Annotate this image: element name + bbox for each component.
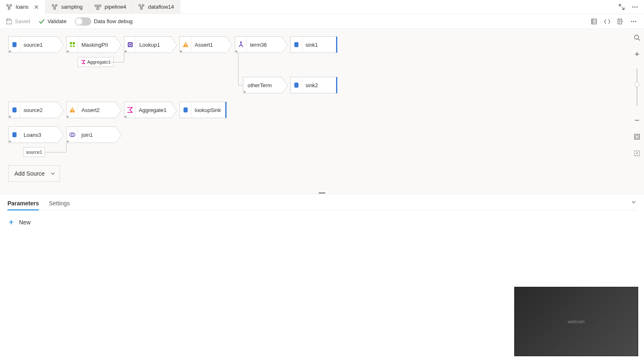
- fit-icon[interactable]: [632, 132, 642, 141]
- tab-sampling[interactable]: sampling: [45, 0, 89, 14]
- zoom-slider[interactable]: [637, 69, 637, 106]
- svg-rect-7: [99, 5, 101, 7]
- tab-label: pipeline4: [105, 4, 126, 10]
- dataflow-icon: [6, 4, 12, 10]
- svg-rect-23: [73, 42, 75, 44]
- save-button: Saved: [6, 18, 30, 25]
- svg-point-18: [631, 21, 632, 22]
- node-assert1[interactable]: Assert1 +: [179, 36, 227, 53]
- svg-point-36: [634, 35, 639, 39]
- node-maskingpii[interactable]: MaskingPII +: [66, 36, 116, 53]
- properties-icon[interactable]: [616, 17, 625, 26]
- svg-point-5: [54, 7, 55, 9]
- more-icon[interactable]: [629, 17, 638, 26]
- node-label: Lookup1: [136, 42, 164, 48]
- tabs-bar: loans sampling pipeline4 dataflow14: [0, 0, 644, 14]
- add-step-icon[interactable]: +: [8, 114, 12, 119]
- node-aggregate1[interactable]: Aggregate1 +: [124, 102, 171, 118]
- mapping-icon[interactable]: [589, 17, 599, 26]
- tab-parameters[interactable]: Parameters: [7, 198, 39, 210]
- node-label: lookupSink: [191, 107, 225, 113]
- toolbar-right: [589, 17, 638, 26]
- tab-label: dataflow14: [148, 4, 174, 10]
- svg-rect-8: [97, 8, 99, 10]
- branch-source1[interactable]: source1: [23, 147, 45, 157]
- bottom-panel: Parameters Settings + New: [0, 194, 644, 238]
- tabs-right: [618, 3, 644, 11]
- validate-button[interactable]: Validate: [38, 18, 67, 25]
- parameters-pane: + New: [7, 210, 637, 234]
- node-label: Assert1: [191, 42, 217, 48]
- search-icon[interactable]: [632, 33, 642, 42]
- node-label: sink1: [302, 42, 322, 48]
- close-icon[interactable]: [33, 4, 39, 10]
- tab-label: loans: [16, 4, 29, 10]
- more-icon[interactable]: [631, 3, 639, 11]
- node-loans3[interactable]: Loans3 +: [8, 126, 58, 143]
- node-label: Aggregate1: [136, 107, 171, 113]
- svg-rect-16: [592, 19, 596, 24]
- debug-toggle[interactable]: Data flow debug: [75, 17, 133, 26]
- svg-point-20: [635, 21, 637, 22]
- node-lookupsink[interactable]: lookupSink: [179, 102, 227, 118]
- node-label: source2: [20, 107, 47, 113]
- node-join1[interactable]: join1 +: [66, 126, 116, 143]
- bottom-panel-actions: [631, 199, 637, 205]
- node-source1[interactable]: source1 +: [8, 36, 58, 53]
- zoom-in-icon[interactable]: [632, 50, 642, 59]
- add-source-label: Add Source: [14, 170, 45, 177]
- new-parameter-button[interactable]: + New: [7, 219, 637, 226]
- svg-point-14: [637, 6, 638, 7]
- node-label: source1: [20, 42, 47, 48]
- node-label: otherTerm: [243, 82, 276, 88]
- dataflow-icon: [138, 4, 145, 10]
- expand-icon[interactable]: [618, 3, 626, 11]
- svg-point-11: [141, 7, 142, 9]
- add-step-icon[interactable]: +: [66, 49, 70, 53]
- code-icon[interactable]: [603, 17, 612, 26]
- toolbar: Saved Validate Data flow debug: [0, 14, 644, 29]
- svg-point-2: [8, 7, 10, 9]
- tab-pipeline4[interactable]: pipeline4: [89, 0, 132, 14]
- node-otherterm[interactable]: otherTerm +: [243, 77, 282, 93]
- add-step-icon[interactable]: +: [66, 114, 70, 119]
- chevron-down-icon: [50, 171, 55, 176]
- svg-rect-38: [636, 136, 638, 138]
- add-source-button[interactable]: Add Source: [8, 165, 60, 182]
- reset-zoom-icon[interactable]: [632, 149, 642, 158]
- node-sink1[interactable]: sink1: [290, 36, 337, 53]
- branch-label: source1: [26, 150, 42, 155]
- pipeline-icon: [95, 4, 101, 10]
- svg-rect-26: [128, 42, 133, 47]
- svg-rect-37: [634, 134, 639, 139]
- add-step-icon[interactable]: +: [8, 49, 12, 53]
- node-assert2[interactable]: Assert2 +: [66, 102, 116, 118]
- save-label: Saved: [15, 18, 30, 24]
- node-label: Assert2: [78, 107, 104, 113]
- sink-icon: [180, 102, 191, 118]
- tab-settings[interactable]: Settings: [49, 198, 70, 210]
- zoom-out-icon[interactable]: [632, 116, 642, 125]
- dataflow-canvas[interactable]: source1 + MaskingPII + Lookup1 + Assert1…: [0, 29, 644, 194]
- add-step-icon[interactable]: +: [124, 114, 128, 119]
- svg-point-28: [240, 41, 242, 43]
- zoom-slider-handle[interactable]: [634, 82, 639, 87]
- toggle-switch[interactable]: [75, 17, 91, 26]
- bottom-tabs: Parameters Settings: [7, 198, 637, 210]
- chevron-down-icon[interactable]: [631, 199, 637, 205]
- node-lookup1[interactable]: Lookup1 +: [124, 36, 171, 53]
- node-term36[interactable]: term36 +: [235, 36, 282, 53]
- node-source2[interactable]: source2 +: [8, 102, 58, 118]
- add-step-icon[interactable]: +: [243, 90, 247, 94]
- node-sink2[interactable]: sink2: [290, 77, 337, 93]
- tab-loans[interactable]: loans: [0, 0, 45, 14]
- debug-label: Data flow debug: [94, 18, 133, 24]
- add-step-icon[interactable]: +: [8, 139, 12, 143]
- tab-dataflow14[interactable]: dataflow14: [132, 0, 180, 14]
- node-label: Loans3: [20, 132, 45, 138]
- node-label: MaskingPII: [78, 42, 112, 48]
- sink-icon: [291, 77, 302, 93]
- svg-rect-25: [73, 45, 75, 47]
- node-label: term36: [247, 42, 271, 48]
- add-step-icon[interactable]: +: [179, 49, 183, 53]
